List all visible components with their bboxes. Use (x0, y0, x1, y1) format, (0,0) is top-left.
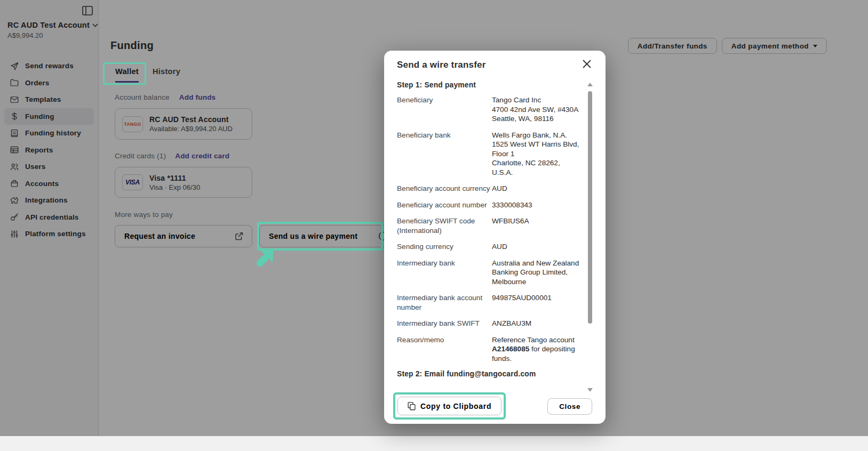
wire-detail-label: Reason/memo (397, 335, 492, 364)
wire-transfer-modal: Send a wire transfer Step 1: Send paymen… (384, 51, 606, 424)
wire-detail-label: Beneficiary account number (397, 200, 492, 210)
wire-details: Step 1: Send payment BeneficiaryTango Ca… (397, 81, 579, 393)
window-bottom-edge (0, 436, 868, 451)
wire-detail-label: Intermediary bank account number (397, 293, 492, 312)
wire-detail-value: Wells Fargo Bank, N.A. 1525 West WT Harr… (492, 131, 579, 178)
step2-heading: Step 2: Email funding@tangocard.com (397, 370, 579, 378)
wire-detail-label: Intermediary bank SWIFT (397, 319, 492, 328)
wire-detail-row: Intermediary bankAustralia and New Zeala… (397, 259, 579, 287)
wire-detail-value: 3330008343 (492, 200, 579, 210)
wire-detail-row: Intermediary bank SWIFTANZBAU3M (397, 319, 579, 328)
scrollbar-down-icon[interactable] (587, 388, 593, 392)
wire-detail-row: Beneficiary SWIFT code (International)WF… (397, 216, 579, 235)
wire-detail-row: Beneficiary bankWells Fargo Bank, N.A. 1… (397, 131, 579, 178)
wire-detail-value: AUD (492, 184, 579, 194)
wire-detail-value: Australia and New Zealand Banking Group … (492, 259, 579, 287)
wire-detail-value: Tango Card Inc 4700 42nd Ave SW, #430A S… (492, 95, 579, 124)
wire-detail-label: Beneficiary bank (397, 131, 492, 178)
screen: RC AUD Test Account A$9,994.20 Send rewa… (0, 0, 868, 451)
annotation-cursor-arrow (254, 246, 280, 276)
scrollbar-up-icon[interactable] (587, 83, 593, 86)
wire-detail-label: Sending currency (397, 242, 492, 252)
wire-detail-row: BeneficiaryTango Card Inc 4700 42nd Ave … (397, 95, 579, 124)
wire-detail-value: WFBIUS6A (492, 216, 579, 235)
wire-detail-value: AUD (492, 242, 579, 252)
wire-detail-value: ANZBAU3M (492, 319, 579, 328)
copy-icon (408, 402, 416, 410)
close-icon[interactable] (582, 59, 593, 70)
wire-detail-row: Sending currencyAUD (397, 242, 579, 252)
modal-close-button[interactable]: Close (547, 398, 592, 415)
wire-detail-label: Beneficiary SWIFT code (International) (397, 216, 492, 235)
wire-detail-row: Intermediary bank account number949875AU… (397, 293, 579, 312)
wire-detail-label: Beneficiary account currency (397, 184, 492, 194)
wire-detail-row: Beneficiary account currencyAUD (397, 184, 579, 194)
wire-detail-label: Beneficiary (397, 95, 492, 124)
annotation-copy-button: Copy to Clipboard (393, 392, 506, 420)
wire-detail-label: Intermediary bank (397, 259, 492, 287)
modal-title: Send a wire transfer (397, 60, 486, 70)
copy-to-clipboard-button[interactable]: Copy to Clipboard (397, 397, 501, 415)
wire-detail-row: Reason/memoReference Tango account A2146… (397, 335, 579, 364)
wire-detail-value: 949875AUD00001 (492, 293, 579, 312)
scrollbar-thumb[interactable] (588, 91, 592, 324)
wire-detail-value: Reference Tango account A21468085 for de… (492, 335, 579, 364)
wire-detail-row: Beneficiary account number3330008343 (397, 200, 579, 210)
step1-heading: Step 1: Send payment (397, 81, 579, 89)
